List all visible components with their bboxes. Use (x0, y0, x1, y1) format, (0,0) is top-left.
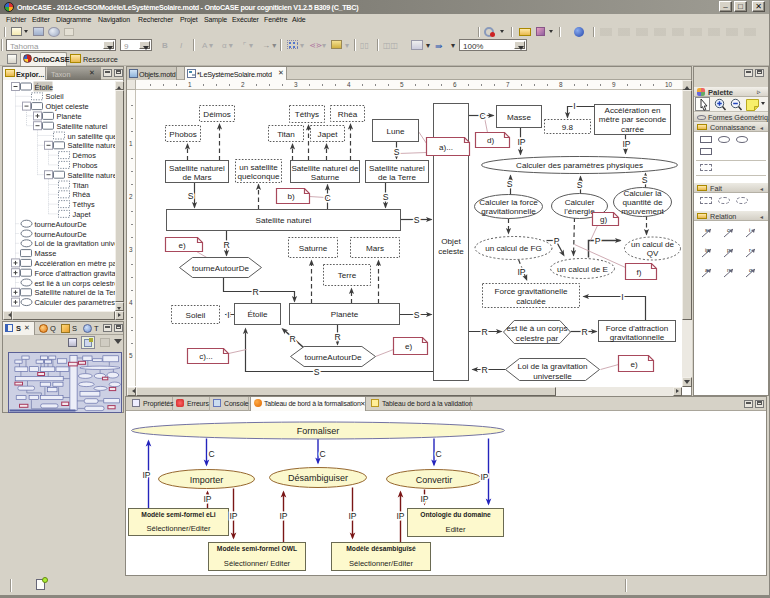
svg-text:Satellite naturel de la Terre: Satellite naturel de la Terre (35, 288, 116, 297)
svg-text:celestre par: celestre par (516, 334, 559, 343)
svg-text:Modèle semi-formel OWL: Modèle semi-formel OWL (217, 545, 297, 552)
svg-text:Satellite naturel de S: Satellite naturel de S (68, 171, 116, 180)
svg-text:b): b) (287, 192, 295, 201)
svg-text:Loi de la gravitation: Loi de la gravitation (517, 362, 587, 371)
svg-text:universelle: universelle (533, 372, 572, 381)
svg-text:tourneAutourDe: tourneAutourDe (192, 264, 250, 273)
svg-text:Téthys: Téthys (73, 200, 95, 209)
svg-text:Calculer des paramètres physiq: Calculer des paramètres physique (35, 298, 116, 307)
svg-text:Force d'attraction: Force d'attraction (606, 324, 668, 333)
svg-text:S: S (188, 191, 194, 201)
svg-text:Saturne: Saturne (311, 173, 340, 182)
svg-text:Satellite naturel: Satellite naturel (169, 164, 225, 173)
svg-text:Editer: Editer (446, 525, 466, 534)
svg-text:mètre par seconde: mètre par seconde (599, 115, 667, 124)
svg-text:Sélectionner/Editer: Sélectionner/Editer (146, 524, 211, 533)
svg-text:Satellite naturel: Satellite naturel (369, 164, 425, 173)
svg-text:QV: QV (647, 249, 659, 258)
svg-text:C: C (208, 449, 214, 459)
svg-text:I: I (227, 310, 229, 320)
svg-text:Étoile: Étoile (247, 310, 268, 319)
svg-text:Satellite naturel: Satellite naturel (256, 216, 312, 225)
svg-text:Accélération en: Accélération en (605, 106, 661, 115)
svg-text:c: c (727, 227, 730, 233)
svg-text:Satellite naturel: Satellite naturel (57, 122, 108, 131)
svg-text:o: o (749, 267, 752, 273)
svg-text:Calculer: Calculer (565, 198, 595, 207)
svg-text:quelconque: quelconque (238, 172, 280, 181)
svg-text:Force gravitationelle: Force gravitationelle (495, 287, 568, 296)
svg-text:gravitationnelle: gravitationnelle (610, 333, 665, 342)
svg-text:e): e) (630, 360, 638, 369)
svg-text:est lié à un corps celestre pa: est lié à un corps celestre par (35, 279, 116, 288)
svg-text:ip: ip (705, 247, 709, 253)
svg-text:Planète: Planète (57, 112, 82, 121)
svg-text:tourneAutourDe: tourneAutourDe (35, 220, 87, 229)
svg-text:un satellite quelconqu: un satellite quelconqu (68, 132, 116, 141)
svg-text:S: S (383, 192, 389, 202)
svg-text:Déimos: Déimos (203, 110, 230, 119)
svg-text:de la Terre: de la Terre (378, 173, 417, 182)
svg-text:Force d'attraction gravitation: Force d'attraction gravitationnelle (35, 269, 116, 278)
svg-text:carrée: carrée (621, 125, 644, 134)
svg-text:S: S (414, 310, 420, 320)
svg-text:Désambiguiser: Désambiguiser (288, 473, 348, 483)
svg-text:Phobos: Phobos (169, 130, 196, 139)
svg-text:I: I (573, 101, 575, 111)
svg-text:un satellite: un satellite (239, 163, 278, 172)
svg-text:tourneAutourDe: tourneAutourDe (35, 230, 87, 239)
svg-text:f): f) (637, 268, 642, 277)
svg-text:9.8: 9.8 (562, 123, 574, 132)
svg-text:Ontologie du domaine: Ontologie du domaine (420, 511, 491, 519)
svg-text:g): g) (600, 215, 608, 224)
svg-text:Terre: Terre (338, 271, 357, 280)
svg-text:Modèle désambiguïsé: Modèle désambiguïsé (346, 545, 416, 553)
svg-text:Lune: Lune (386, 127, 405, 136)
svg-text:S: S (414, 215, 420, 225)
svg-text:Sélectionner/Editer: Sélectionner/Editer (349, 559, 414, 568)
svg-text:Calculer la force: Calculer la force (479, 198, 538, 207)
svg-text:gravitationnelle: gravitationnelle (481, 207, 536, 216)
svg-text:quantité de: quantité de (622, 198, 663, 207)
svg-text:tourneAutourDe: tourneAutourDe (304, 353, 362, 362)
svg-text:p: p (727, 247, 730, 253)
svg-text:IP: IP (517, 267, 525, 277)
svg-text:IP: IP (420, 494, 428, 504)
svg-text:Satellite naturel de M: Satellite naturel de M (68, 141, 116, 150)
svg-text:c)...: c)... (199, 352, 213, 361)
svg-text:IP: IP (142, 470, 150, 480)
svg-text:est lié à un corps: est lié à un corps (506, 324, 567, 333)
svg-text:Soleil: Soleil (186, 311, 206, 320)
svg-text:S: S (642, 175, 648, 185)
svg-text:R: R (581, 327, 587, 337)
svg-text:Calculer des paramètres physiq: Calculer des paramètres physiques (516, 161, 643, 170)
svg-text:Étoile: Étoile (35, 83, 54, 92)
svg-text:C: C (319, 449, 325, 459)
svg-text:d): d) (487, 136, 495, 145)
svg-text:Calculer la: Calculer la (623, 189, 662, 198)
svg-text:Sélectionner/ Editer: Sélectionner/ Editer (224, 559, 291, 568)
svg-text:Formaliser: Formaliser (297, 426, 340, 436)
svg-text:C: C (435, 449, 441, 459)
svg-text:C: C (324, 193, 330, 203)
svg-text:Japet: Japet (73, 210, 91, 219)
svg-text:l'énergie: l'énergie (564, 207, 595, 216)
svg-text:IP: IP (279, 511, 287, 521)
svg-text:Titan: Titan (73, 181, 89, 190)
svg-text:Masse: Masse (507, 113, 531, 122)
svg-text:R: R (252, 287, 258, 297)
svg-text:Téthys: Téthys (295, 110, 319, 119)
svg-text:IP: IP (622, 139, 630, 149)
svg-text:R: R (334, 332, 340, 342)
svg-text:Soleil: Soleil (46, 92, 64, 101)
svg-text:S: S (507, 179, 513, 189)
svg-text:r: r (749, 247, 751, 253)
svg-text:Rhéa: Rhéa (73, 190, 92, 199)
svg-text:IP: IP (229, 511, 237, 521)
svg-text:IP: IP (480, 472, 488, 482)
svg-text:S: S (577, 180, 583, 190)
svg-text:IP: IP (396, 511, 404, 521)
svg-text:Loi de la gravitation universe: Loi de la gravitation universelle (35, 239, 116, 248)
svg-text:Japet: Japet (318, 130, 339, 139)
svg-text:Convertir: Convertir (416, 475, 453, 485)
